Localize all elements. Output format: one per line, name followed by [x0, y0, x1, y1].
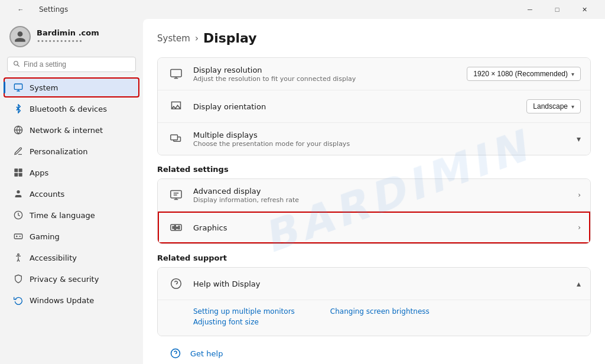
time-icon [13, 210, 24, 220]
orientation-icon [167, 98, 185, 115]
breadcrumb-sep: › [195, 33, 199, 44]
minimize-button[interactable]: ─ [516, 0, 544, 19]
sidebar-item-bluetooth[interactable]: Bluetooth & devices [4, 99, 139, 119]
svg-rect-12 [171, 191, 181, 199]
sidebar-item-accessibility[interactable]: Accessibility [4, 248, 139, 268]
help-links-row-1: Setting up multiple monitors Changing sc… [193, 307, 578, 316]
graphics-text: Graphics [193, 223, 570, 232]
sidebar-item-label: Windows Update [30, 296, 94, 305]
setup-monitors-link[interactable]: Setting up multiple monitors [193, 307, 295, 316]
back-button[interactable]: ← [7, 0, 34, 19]
display-resolution-row[interactable]: Display resolution Adjust the resolution… [158, 58, 590, 90]
sidebar-item-label: Network & internet [30, 126, 103, 135]
graphics-control: › [578, 223, 581, 232]
help-links-section: Setting up multiple monitors Changing sc… [158, 300, 590, 336]
graphics-title: Graphics [193, 223, 570, 232]
display-orientation-row[interactable]: Display orientation Landscape ▾ [158, 90, 590, 123]
multiple-displays-control: ▾ [577, 134, 581, 144]
multiple-displays-row[interactable]: Multiple displays Choose the presentatio… [158, 123, 590, 155]
sidebar-item-time[interactable]: Time & language [4, 205, 139, 225]
sidebar-item-accounts[interactable]: Accounts [4, 184, 139, 204]
screen-brightness-link[interactable]: Changing screen brightness [330, 307, 430, 316]
sidebar: Bardimin .com •••••••••••• System Blueto… [0, 19, 143, 364]
update-icon [13, 295, 24, 306]
accessibility-icon [13, 252, 24, 263]
sidebar-item-label: Time & language [30, 211, 95, 220]
advanced-display-icon [167, 186, 185, 204]
avatar [9, 26, 31, 47]
graphics-row[interactable]: Graphics › [158, 212, 590, 243]
orientation-dropdown[interactable]: Landscape ▾ [526, 99, 581, 113]
sidebar-item-label: Apps [30, 168, 48, 177]
related-support-label: Related support [157, 254, 591, 262]
chevron-right-icon: › [578, 223, 581, 232]
sidebar-item-update[interactable]: Windows Update [4, 290, 139, 310]
orientation-control: Landscape ▾ [526, 99, 581, 113]
accounts-icon [13, 188, 24, 199]
svg-rect-11 [171, 135, 178, 139]
content-wrapper: BARDIMIN System › Display Display resolu… [143, 19, 605, 364]
personalization-icon [13, 146, 24, 157]
help-header-row[interactable]: Help with Display ▴ [158, 268, 590, 300]
help-title-text: Help with Display [193, 280, 568, 288]
page-title: Display [203, 31, 257, 46]
sidebar-item-label: System [30, 83, 58, 92]
chevron-down-icon: ▾ [571, 71, 574, 77]
help-collapse-control: ▴ [577, 279, 581, 288]
user-email: •••••••••••• [37, 37, 99, 45]
sidebar-item-system[interactable]: System [4, 77, 139, 98]
sidebar-item-label: Accounts [30, 190, 64, 199]
sidebar-item-privacy[interactable]: Privacy & security [4, 269, 139, 289]
svg-rect-10 [171, 70, 181, 77]
multiple-displays-subtitle: Choose the presentation mode for your di… [193, 140, 568, 148]
svg-rect-8 [14, 234, 22, 239]
resolution-text: Display resolution Adjust the resolution… [193, 66, 458, 83]
resolution-icon [167, 65, 185, 83]
close-button[interactable]: ✕ [571, 0, 598, 19]
sidebar-item-personalization[interactable]: Personalization [4, 141, 139, 161]
related-settings-label: Related settings [157, 165, 591, 174]
display-settings-card: Display resolution Adjust the resolution… [157, 57, 591, 155]
multiple-displays-text: Multiple displays Choose the presentatio… [193, 131, 568, 148]
page-header: System › Display [157, 31, 591, 46]
chevron-down-icon: ▾ [577, 134, 581, 144]
advanced-display-subtitle: Display information, refresh rate [193, 196, 570, 204]
sidebar-item-gaming[interactable]: Gaming [4, 226, 139, 246]
sidebar-item-label: Personalization [30, 147, 88, 156]
orientation-text: Display orientation [193, 102, 518, 111]
search-box[interactable] [7, 57, 136, 72]
svg-rect-3 [19, 168, 22, 172]
resolution-value: 1920 × 1080 (Recommended) [473, 70, 568, 78]
advanced-display-control: › [578, 191, 581, 199]
related-support-card: Help with Display ▴ Setting up multiple … [157, 267, 591, 336]
graphics-icon [167, 219, 185, 236]
svg-point-9 [18, 254, 19, 255]
sidebar-item-label: Bluetooth & devices [30, 105, 107, 113]
related-settings-card: Advanced display Display information, re… [157, 178, 591, 244]
help-title: Help with Display [193, 280, 568, 288]
apps-icon [13, 167, 24, 178]
search-icon [12, 60, 20, 69]
get-help-row[interactable]: Get help [157, 336, 591, 364]
titlebar: ← Settings ─ □ ✕ [0, 0, 605, 19]
sidebar-item-network[interactable]: Network & internet [4, 120, 139, 140]
breadcrumb-parent: System [157, 33, 190, 44]
svg-point-6 [17, 190, 19, 193]
sidebar-item-apps[interactable]: Apps [4, 162, 139, 183]
svg-rect-5 [19, 173, 22, 177]
user-section[interactable]: Bardimin .com •••••••••••• [0, 19, 143, 57]
main-content: System › Display Display resolution Adju… [143, 19, 605, 364]
help-links-row-2: Adjusting font size [193, 318, 578, 326]
svg-rect-4 [14, 173, 18, 177]
search-input[interactable] [24, 60, 131, 69]
window-title: Settings [39, 5, 68, 14]
titlebar-left: ← Settings [7, 0, 68, 19]
chevron-up-icon: ▴ [577, 279, 581, 288]
system-icon [13, 82, 24, 93]
resolution-dropdown[interactable]: 1920 × 1080 (Recommended) ▾ [467, 67, 581, 81]
font-size-link[interactable]: Adjusting font size [193, 318, 259, 326]
advanced-display-row[interactable]: Advanced display Display information, re… [158, 179, 590, 212]
svg-rect-0 [14, 84, 22, 89]
maximize-button[interactable]: □ [544, 0, 571, 19]
resolution-subtitle: Adjust the resolution to fit your connec… [193, 75, 458, 83]
